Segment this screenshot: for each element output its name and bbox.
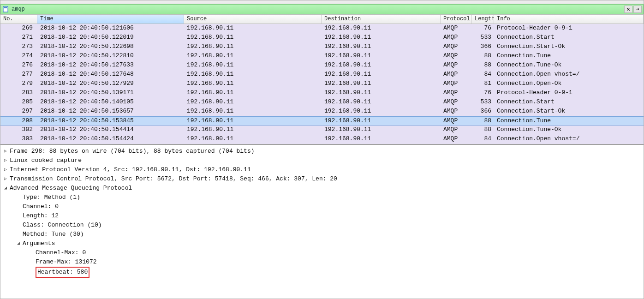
tree-arg-heartbeat[interactable]: Heartbeat: 580 <box>3 267 643 278</box>
cell-len: 533 <box>472 98 494 107</box>
packet-row[interactable]: 2742018-10-12 20:40:50.122810192.168.90.… <box>0 52 644 61</box>
packet-row[interactable]: 2692018-10-12 20:40:50.121606192.168.90.… <box>0 24 644 33</box>
tree-label: Frame 298: 88 bytes on wire (704 bits), … <box>10 147 255 156</box>
chevron-down-icon[interactable]: ◢ <box>3 184 8 193</box>
packet-details-pane[interactable]: ▷ Frame 298: 88 bytes on wire (704 bits)… <box>0 145 644 299</box>
tree-label: Linux cooked capture <box>10 156 82 165</box>
cell-no: 269 <box>0 24 37 33</box>
tree-amqp-length[interactable]: Length: 12 <box>3 211 643 221</box>
cell-len: 76 <box>472 89 494 98</box>
cell-info: Connection.Open-Ok <box>494 79 644 89</box>
clear-filter-button[interactable]: ✕ <box>624 6 632 13</box>
packet-row[interactable]: 2762018-10-12 20:40:50.127633192.168.90.… <box>0 61 644 70</box>
tree-label: Length: 12 <box>23 211 59 221</box>
col-header-protocol[interactable]: Protocol <box>441 15 472 24</box>
chevron-right-icon[interactable]: ▷ <box>3 174 8 184</box>
tree-arg-channel-max[interactable]: Channel-Max: 0 <box>3 248 643 257</box>
cell-no: 303 <box>0 135 37 144</box>
cell-src: 192.168.90.11 <box>184 98 322 107</box>
packet-list-header[interactable]: No. Time Source Destination Protocol Len… <box>0 15 644 24</box>
cell-time: 2018-10-12 20:40:50.121606 <box>37 24 184 33</box>
packet-row[interactable]: 2832018-10-12 20:40:50.139171192.168.90.… <box>0 89 644 98</box>
cell-no: 273 <box>0 42 37 52</box>
cell-src: 192.168.90.11 <box>184 24 322 33</box>
cell-time: 2018-10-12 20:40:50.127633 <box>37 61 184 70</box>
cell-no: 297 <box>0 107 37 116</box>
col-header-info[interactable]: Info <box>494 15 644 24</box>
cell-dst: 192.168.90.11 <box>322 126 441 135</box>
display-filter-input[interactable] <box>11 6 622 12</box>
cell-len: 88 <box>472 61 494 70</box>
tree-amqp-class[interactable]: Class: Connection (10) <box>3 221 643 230</box>
cell-proto: AMQP <box>441 89 472 98</box>
packet-row[interactable]: 2972018-10-12 20:40:50.153657192.168.90.… <box>0 107 644 116</box>
col-header-source[interactable]: Source <box>184 15 322 24</box>
cell-src: 192.168.90.11 <box>184 107 322 116</box>
cell-len: 76 <box>472 24 494 33</box>
cell-proto: AMQP <box>441 79 472 89</box>
cell-no: 298 <box>0 117 37 125</box>
cell-time: 2018-10-12 20:40:50.140105 <box>37 98 184 107</box>
chevron-right-icon[interactable]: ▷ <box>3 165 8 174</box>
bookmark-icon[interactable] <box>2 6 9 12</box>
cell-no: 285 <box>0 98 37 107</box>
packet-row[interactable]: 2792018-10-12 20:40:50.127929192.168.90.… <box>0 79 644 89</box>
tree-amqp-arguments[interactable]: ◢ Arguments <box>3 239 643 248</box>
cell-time: 2018-10-12 20:40:50.154424 <box>37 135 184 144</box>
chevron-right-icon[interactable]: ▷ <box>3 147 8 156</box>
packet-list-body: 2692018-10-12 20:40:50.121606192.168.90.… <box>0 24 644 144</box>
cell-len: 366 <box>472 42 494 52</box>
svg-rect-0 <box>3 6 8 12</box>
tree-label: Heartbeat: 580 <box>37 269 88 275</box>
cell-info: Connection.Open vhost=/ <box>494 135 644 144</box>
cell-time: 2018-10-12 20:40:50.154414 <box>37 126 184 135</box>
cell-dst: 192.168.90.11 <box>322 107 441 116</box>
tree-amqp-type[interactable]: Type: Method (1) <box>3 193 643 202</box>
packet-row[interactable]: 2732018-10-12 20:40:50.122698192.168.90.… <box>0 42 644 52</box>
apply-filter-button[interactable]: ➔ <box>633 6 642 13</box>
cell-time: 2018-10-12 20:40:50.127648 <box>37 70 184 79</box>
cell-len: 88 <box>472 126 494 135</box>
cell-info: Connection.Tune-Ok <box>494 126 644 135</box>
tree-amqp-method[interactable]: Method: Tune (30) <box>3 230 643 239</box>
chevron-down-icon[interactable]: ◢ <box>16 239 21 248</box>
tree-tcp[interactable]: ▷ Transmission Control Protocol, Src Por… <box>3 174 643 184</box>
cell-src: 192.168.90.11 <box>184 42 322 52</box>
packet-row[interactable]: 2852018-10-12 20:40:50.140105192.168.90.… <box>0 98 644 107</box>
cell-dst: 192.168.90.11 <box>322 135 441 144</box>
cell-proto: AMQP <box>441 135 472 144</box>
chevron-right-icon[interactable]: ▷ <box>3 156 8 165</box>
packet-row[interactable]: 2982018-10-12 20:40:50.153845192.168.90.… <box>0 116 644 126</box>
tree-arg-frame-max[interactable]: Frame-Max: 131072 <box>3 257 643 267</box>
cell-no: 302 <box>0 126 37 135</box>
cell-len: 533 <box>472 33 494 42</box>
tree-label: Type: Method (1) <box>23 193 80 202</box>
packet-row[interactable]: 3032018-10-12 20:40:50.154424192.168.90.… <box>0 135 644 144</box>
cell-dst: 192.168.90.11 <box>322 98 441 107</box>
packet-row[interactable]: 2712018-10-12 20:40:50.122019192.168.90.… <box>0 33 644 42</box>
tree-amqp[interactable]: ◢ Advanced Message Queueing Protocol <box>3 184 643 193</box>
cell-src: 192.168.90.11 <box>184 126 322 135</box>
cell-len: 84 <box>472 135 494 144</box>
tree-frame[interactable]: ▷ Frame 298: 88 bytes on wire (704 bits)… <box>3 147 643 156</box>
tree-linux-cooked[interactable]: ▷ Linux cooked capture <box>3 156 643 165</box>
packet-row[interactable]: 3022018-10-12 20:40:50.154414192.168.90.… <box>0 126 644 135</box>
tree-ip[interactable]: ▷ Internet Protocol Version 4, Src: 192.… <box>3 165 643 174</box>
cell-no: 271 <box>0 33 37 42</box>
cell-no: 283 <box>0 89 37 98</box>
cell-time: 2018-10-12 20:40:50.127929 <box>37 79 184 89</box>
cell-info: Connection.Start-Ok <box>494 107 644 116</box>
col-header-no[interactable]: No. <box>0 15 37 24</box>
col-header-time[interactable]: Time <box>37 15 184 24</box>
col-header-destination[interactable]: Destination <box>322 15 441 24</box>
packet-row[interactable]: 2772018-10-12 20:40:50.127648192.168.90.… <box>0 70 644 79</box>
cell-len: 88 <box>472 117 494 125</box>
tree-label: Advanced Message Queueing Protocol <box>10 184 132 193</box>
close-icon: ✕ <box>626 6 630 13</box>
cell-proto: AMQP <box>441 52 472 61</box>
svg-rect-1 <box>4 7 7 8</box>
tree-label: Transmission Control Protocol, Src Port:… <box>10 174 337 184</box>
cell-dst: 192.168.90.11 <box>322 89 441 98</box>
tree-amqp-channel[interactable]: Channel: 0 <box>3 202 643 211</box>
col-header-length[interactable]: Length <box>472 15 494 24</box>
